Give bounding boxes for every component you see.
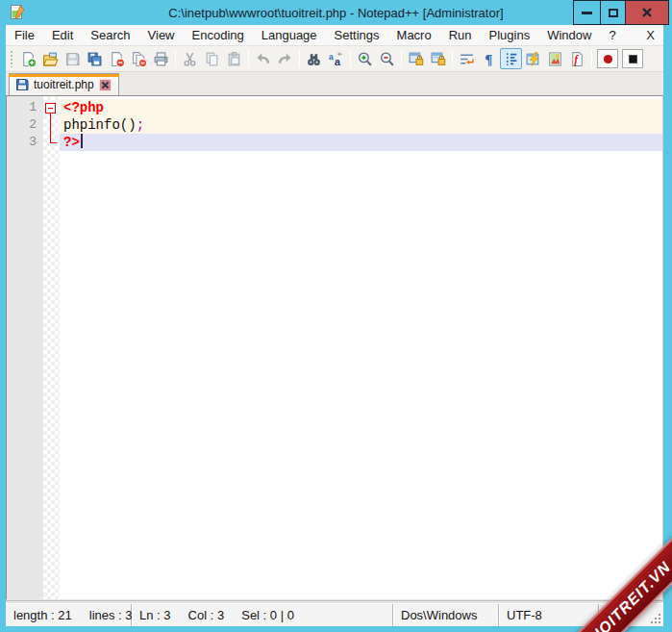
code-line-3-current[interactable]: ?> xyxy=(60,134,662,151)
replace-button[interactable]: aa xyxy=(325,48,347,69)
print-button[interactable] xyxy=(150,48,172,69)
toolbar-separator xyxy=(591,50,592,67)
fold-line xyxy=(50,114,51,142)
sync-horizontal-scrolling-icon xyxy=(430,51,446,67)
zoom-out-button[interactable] xyxy=(376,48,398,69)
toolbar-grip xyxy=(10,50,14,67)
tab-close-icon xyxy=(101,81,110,89)
paste-button[interactable] xyxy=(223,48,245,69)
title-bar: C:\inetpub\wwwroot\tuoitreit.php - Notep… xyxy=(0,0,672,25)
menu-macro[interactable]: Macro xyxy=(388,26,440,44)
code-line-1[interactable]: <?php xyxy=(60,99,662,116)
function-list-button[interactable]: f xyxy=(566,48,588,69)
word-wrap-button[interactable] xyxy=(456,48,478,69)
find-button[interactable] xyxy=(303,48,325,69)
maximize-button[interactable] xyxy=(600,0,626,25)
show-indent-guide-button[interactable] xyxy=(500,48,522,69)
window-content: File Edit Search View Encoding Language … xyxy=(6,25,663,626)
save-button[interactable] xyxy=(62,48,84,69)
document-map-button[interactable] xyxy=(544,48,566,69)
menu-plugins[interactable]: Plugins xyxy=(481,26,539,44)
stop-icon xyxy=(625,51,641,67)
close-file-button[interactable] xyxy=(106,48,128,69)
document-close-x[interactable]: X xyxy=(646,28,655,42)
svg-text:a: a xyxy=(335,55,340,66)
menu-search[interactable]: Search xyxy=(82,26,138,44)
sync-vertical-scrolling-icon xyxy=(408,51,424,67)
word-wrap-icon xyxy=(459,51,475,67)
toolbar-separator xyxy=(248,50,249,67)
toolbar: aa ¶ f xyxy=(6,46,663,71)
status-doc-info: length : 21 lines : 3 xyxy=(6,604,132,626)
document-map-icon xyxy=(547,51,563,67)
tab-bar: tuoitreit.php xyxy=(6,71,663,95)
tab-tuoitreit-php[interactable]: tuoitreit.php xyxy=(9,73,119,95)
toolbar-separator xyxy=(350,50,351,67)
open-file-button[interactable] xyxy=(39,48,62,69)
sync-horizontal-scrolling-button[interactable] xyxy=(427,48,449,69)
maximize-icon xyxy=(609,9,618,17)
code-area[interactable]: <?php phpinfo(); ?> xyxy=(60,96,662,599)
start-macro-recording-button[interactable] xyxy=(597,49,618,68)
menu-edit[interactable]: Edit xyxy=(43,26,82,44)
menu-settings[interactable]: Settings xyxy=(326,26,388,44)
redo-button[interactable] xyxy=(274,48,296,69)
menu-language[interactable]: Language xyxy=(253,26,326,44)
notepadpp-app-icon xyxy=(9,4,26,21)
status-encoding[interactable]: UTF-8 xyxy=(499,604,599,626)
undo-button[interactable] xyxy=(252,48,274,69)
status-bar: length : 21 lines : 3 Ln : 3 Col : 3 Sel… xyxy=(6,603,663,626)
menu-encoding[interactable]: Encoding xyxy=(184,26,253,44)
minimize-button[interactable] xyxy=(573,0,601,25)
undo-icon xyxy=(255,51,271,67)
toolbar-separator xyxy=(401,50,402,67)
toolbar-separator xyxy=(175,50,176,67)
zoom-in-button[interactable] xyxy=(354,48,376,69)
toolbar-separator xyxy=(452,50,453,67)
line-number: 3 xyxy=(7,134,37,151)
fold-margin xyxy=(43,96,60,599)
zoom-in-icon xyxy=(357,51,373,67)
menu-run[interactable]: Run xyxy=(440,26,481,44)
menu-view[interactable]: View xyxy=(139,26,184,44)
cut-button[interactable] xyxy=(179,48,201,69)
line-number: 1 xyxy=(7,99,37,116)
resize-grip-icon xyxy=(650,613,661,624)
save-all-icon xyxy=(87,51,103,67)
find-icon xyxy=(306,51,322,67)
show-indent-guide-icon xyxy=(503,51,519,67)
status-eol-format[interactable]: Dos\Windows xyxy=(393,604,499,626)
text-caret xyxy=(81,134,83,148)
line-number: 2 xyxy=(7,116,37,134)
copy-button[interactable] xyxy=(201,48,223,69)
user-defined-language-icon xyxy=(525,51,541,67)
tab-close-button[interactable] xyxy=(99,79,112,91)
new-file-icon xyxy=(20,51,37,67)
print-icon xyxy=(153,51,169,67)
stop-macro-recording-button[interactable] xyxy=(622,49,643,68)
close-all-files-button[interactable] xyxy=(128,48,150,69)
save-all-button[interactable] xyxy=(84,48,106,69)
status-cursor-info: Ln : 3 Col : 3 Sel : 0 | 0 xyxy=(132,604,393,626)
toolbar-separator xyxy=(299,50,300,67)
paste-icon xyxy=(226,51,242,67)
close-all-files-icon xyxy=(131,51,147,67)
sync-vertical-scrolling-button[interactable] xyxy=(405,48,427,69)
fold-collapse-icon[interactable] xyxy=(45,103,56,114)
user-defined-language-button[interactable] xyxy=(522,48,544,69)
php-statement: phpinfo() xyxy=(63,117,137,133)
show-all-characters-button[interactable]: ¶ xyxy=(478,48,500,69)
menu-window[interactable]: Window xyxy=(538,26,600,44)
saved-file-icon xyxy=(15,78,29,91)
zoom-out-icon xyxy=(379,51,395,67)
minimize-icon xyxy=(582,12,592,14)
new-file-button[interactable] xyxy=(17,48,39,69)
notepadpp-window: C:\inetpub\wwwroot\tuoitreit.php - Notep… xyxy=(0,0,672,632)
editor-pane[interactable]: 1 2 3 <?php phpinfo(); ?> xyxy=(6,95,663,600)
menu-help[interactable]: ? xyxy=(600,26,624,44)
code-line-2[interactable]: phpinfo(); xyxy=(60,116,662,134)
menu-file[interactable]: File xyxy=(6,26,43,44)
close-button[interactable] xyxy=(625,0,669,25)
resize-grip[interactable] xyxy=(648,604,663,626)
svg-text:¶: ¶ xyxy=(485,51,492,66)
